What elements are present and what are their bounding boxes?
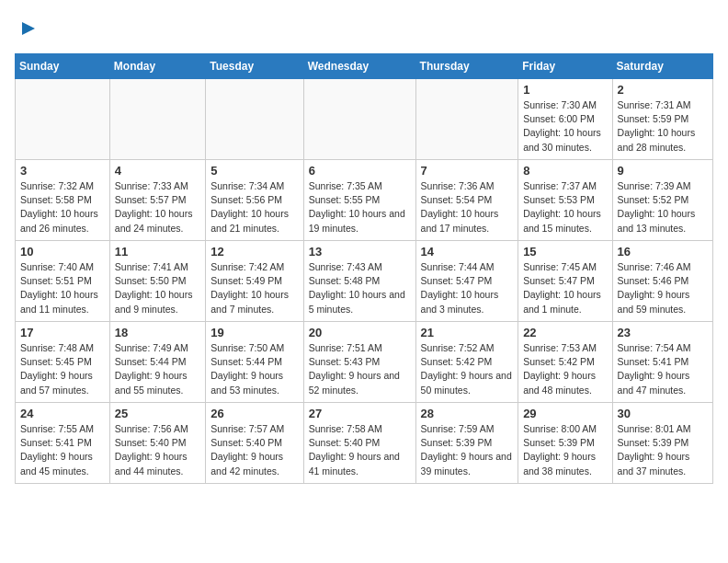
day-number: 4 bbox=[115, 164, 200, 178]
day-info: Sunrise: 7:43 AM Sunset: 5:48 PM Dayligh… bbox=[309, 260, 411, 316]
calendar-cell: 27Sunrise: 7:58 AM Sunset: 5:40 PM Dayli… bbox=[303, 403, 415, 484]
calendar-cell: 1Sunrise: 7:30 AM Sunset: 6:00 PM Daylig… bbox=[518, 79, 612, 160]
day-info: Sunrise: 7:58 AM Sunset: 5:40 PM Dayligh… bbox=[309, 422, 411, 478]
day-number: 15 bbox=[523, 245, 607, 259]
day-number: 29 bbox=[523, 407, 607, 420]
calendar-body: 1Sunrise: 7:30 AM Sunset: 6:00 PM Daylig… bbox=[16, 79, 713, 484]
calendar-cell bbox=[303, 79, 415, 160]
day-info: Sunrise: 7:48 AM Sunset: 5:45 PM Dayligh… bbox=[20, 341, 105, 397]
calendar-cell bbox=[109, 79, 205, 160]
day-number: 22 bbox=[523, 326, 607, 339]
day-number: 24 bbox=[20, 407, 105, 420]
day-number: 7 bbox=[421, 164, 514, 178]
day-info: Sunrise: 7:42 AM Sunset: 5:49 PM Dayligh… bbox=[210, 260, 298, 316]
day-number: 23 bbox=[618, 326, 708, 339]
weekday-header: Sunday bbox=[16, 54, 110, 79]
calendar-cell bbox=[206, 79, 303, 160]
weekday-header: Friday bbox=[518, 54, 612, 79]
day-info: Sunrise: 7:35 AM Sunset: 5:55 PM Dayligh… bbox=[309, 179, 411, 236]
logo bbox=[15, 15, 39, 42]
calendar-header: SundayMondayTuesdayWednesdayThursdayFrid… bbox=[16, 54, 713, 79]
day-info: Sunrise: 7:40 AM Sunset: 5:51 PM Dayligh… bbox=[20, 260, 105, 316]
day-info: Sunrise: 7:51 AM Sunset: 5:43 PM Dayligh… bbox=[309, 341, 411, 397]
calendar-week-row: 24Sunrise: 7:55 AM Sunset: 5:41 PM Dayli… bbox=[16, 403, 713, 484]
calendar-cell: 19Sunrise: 7:50 AM Sunset: 5:44 PM Dayli… bbox=[206, 322, 303, 403]
day-info: Sunrise: 7:36 AM Sunset: 5:54 PM Dayligh… bbox=[421, 179, 514, 236]
day-number: 27 bbox=[309, 407, 411, 420]
day-info: Sunrise: 7:50 AM Sunset: 5:44 PM Dayligh… bbox=[210, 341, 298, 397]
calendar-cell: 12Sunrise: 7:42 AM Sunset: 5:49 PM Dayli… bbox=[206, 241, 303, 322]
day-info: Sunrise: 8:01 AM Sunset: 5:39 PM Dayligh… bbox=[618, 422, 708, 478]
day-number: 13 bbox=[309, 245, 411, 259]
day-info: Sunrise: 7:49 AM Sunset: 5:44 PM Dayligh… bbox=[115, 341, 200, 397]
calendar-cell: 9Sunrise: 7:39 AM Sunset: 5:52 PM Daylig… bbox=[612, 160, 712, 241]
day-info: Sunrise: 7:57 AM Sunset: 5:40 PM Dayligh… bbox=[210, 422, 298, 478]
day-info: Sunrise: 7:54 AM Sunset: 5:41 PM Dayligh… bbox=[618, 341, 708, 397]
day-info: Sunrise: 7:34 AM Sunset: 5:56 PM Dayligh… bbox=[210, 179, 298, 236]
calendar-cell: 3Sunrise: 7:32 AM Sunset: 5:58 PM Daylig… bbox=[16, 160, 110, 241]
day-info: Sunrise: 7:31 AM Sunset: 5:59 PM Dayligh… bbox=[618, 98, 708, 155]
svg-marker-0 bbox=[22, 22, 35, 35]
calendar-cell: 15Sunrise: 7:45 AM Sunset: 5:47 PM Dayli… bbox=[518, 241, 612, 322]
calendar-cell: 7Sunrise: 7:36 AM Sunset: 5:54 PM Daylig… bbox=[415, 160, 518, 241]
day-info: Sunrise: 7:37 AM Sunset: 5:53 PM Dayligh… bbox=[523, 179, 607, 236]
day-number: 2 bbox=[618, 83, 708, 97]
day-number: 16 bbox=[618, 245, 708, 259]
day-info: Sunrise: 7:33 AM Sunset: 5:57 PM Dayligh… bbox=[115, 179, 200, 236]
day-number: 1 bbox=[523, 83, 607, 97]
day-number: 14 bbox=[421, 245, 514, 259]
day-info: Sunrise: 7:44 AM Sunset: 5:47 PM Dayligh… bbox=[421, 260, 514, 316]
calendar-cell: 22Sunrise: 7:53 AM Sunset: 5:42 PM Dayli… bbox=[518, 322, 612, 403]
calendar-week-row: 10Sunrise: 7:40 AM Sunset: 5:51 PM Dayli… bbox=[16, 241, 713, 322]
day-number: 3 bbox=[20, 164, 105, 178]
day-info: Sunrise: 7:53 AM Sunset: 5:42 PM Dayligh… bbox=[523, 341, 607, 397]
calendar-cell: 11Sunrise: 7:41 AM Sunset: 5:50 PM Dayli… bbox=[109, 241, 205, 322]
day-number: 5 bbox=[210, 164, 298, 178]
weekday-header: Tuesday bbox=[206, 54, 303, 79]
day-number: 26 bbox=[210, 407, 298, 420]
calendar-cell: 18Sunrise: 7:49 AM Sunset: 5:44 PM Dayli… bbox=[109, 322, 205, 403]
day-number: 17 bbox=[20, 326, 105, 339]
calendar-week-row: 3Sunrise: 7:32 AM Sunset: 5:58 PM Daylig… bbox=[16, 160, 713, 241]
day-info: Sunrise: 8:00 AM Sunset: 5:39 PM Dayligh… bbox=[523, 422, 607, 478]
calendar-cell: 2Sunrise: 7:31 AM Sunset: 5:59 PM Daylig… bbox=[612, 79, 712, 160]
day-info: Sunrise: 7:32 AM Sunset: 5:58 PM Dayligh… bbox=[20, 179, 105, 236]
day-info: Sunrise: 7:59 AM Sunset: 5:39 PM Dayligh… bbox=[421, 422, 514, 478]
day-info: Sunrise: 7:45 AM Sunset: 5:47 PM Dayligh… bbox=[523, 260, 607, 316]
calendar-cell: 17Sunrise: 7:48 AM Sunset: 5:45 PM Dayli… bbox=[16, 322, 110, 403]
day-number: 25 bbox=[115, 407, 200, 420]
calendar-cell: 26Sunrise: 7:57 AM Sunset: 5:40 PM Dayli… bbox=[206, 403, 303, 484]
day-number: 21 bbox=[421, 326, 514, 339]
calendar-cell bbox=[415, 79, 518, 160]
day-number: 30 bbox=[618, 407, 708, 420]
day-number: 11 bbox=[115, 245, 200, 259]
weekday-header: Saturday bbox=[612, 54, 712, 79]
day-info: Sunrise: 7:46 AM Sunset: 5:46 PM Dayligh… bbox=[618, 260, 708, 316]
day-number: 19 bbox=[210, 326, 298, 339]
calendar-cell: 16Sunrise: 7:46 AM Sunset: 5:46 PM Dayli… bbox=[612, 241, 712, 322]
page-header bbox=[15, 15, 713, 42]
day-info: Sunrise: 7:39 AM Sunset: 5:52 PM Dayligh… bbox=[618, 179, 708, 236]
calendar-cell: 13Sunrise: 7:43 AM Sunset: 5:48 PM Dayli… bbox=[303, 241, 415, 322]
day-number: 10 bbox=[20, 245, 105, 259]
calendar-cell: 28Sunrise: 7:59 AM Sunset: 5:39 PM Dayli… bbox=[415, 403, 518, 484]
day-number: 28 bbox=[421, 407, 514, 420]
calendar-cell: 20Sunrise: 7:51 AM Sunset: 5:43 PM Dayli… bbox=[303, 322, 415, 403]
day-number: 6 bbox=[309, 164, 411, 178]
calendar-week-row: 1Sunrise: 7:30 AM Sunset: 6:00 PM Daylig… bbox=[16, 79, 713, 160]
day-number: 8 bbox=[523, 164, 607, 178]
day-number: 12 bbox=[210, 245, 298, 259]
calendar-cell: 5Sunrise: 7:34 AM Sunset: 5:56 PM Daylig… bbox=[206, 160, 303, 241]
calendar-cell: 14Sunrise: 7:44 AM Sunset: 5:47 PM Dayli… bbox=[415, 241, 518, 322]
weekday-header: Monday bbox=[109, 54, 205, 79]
day-info: Sunrise: 7:41 AM Sunset: 5:50 PM Dayligh… bbox=[115, 260, 200, 316]
calendar-cell: 30Sunrise: 8:01 AM Sunset: 5:39 PM Dayli… bbox=[612, 403, 712, 484]
day-info: Sunrise: 7:52 AM Sunset: 5:42 PM Dayligh… bbox=[421, 341, 514, 397]
logo-arrow-icon bbox=[18, 18, 39, 39]
weekday-header: Thursday bbox=[415, 54, 518, 79]
calendar-cell: 8Sunrise: 7:37 AM Sunset: 5:53 PM Daylig… bbox=[518, 160, 612, 241]
day-number: 20 bbox=[309, 326, 411, 339]
day-info: Sunrise: 7:55 AM Sunset: 5:41 PM Dayligh… bbox=[20, 422, 105, 478]
calendar-cell: 21Sunrise: 7:52 AM Sunset: 5:42 PM Dayli… bbox=[415, 322, 518, 403]
calendar-cell bbox=[16, 79, 110, 160]
